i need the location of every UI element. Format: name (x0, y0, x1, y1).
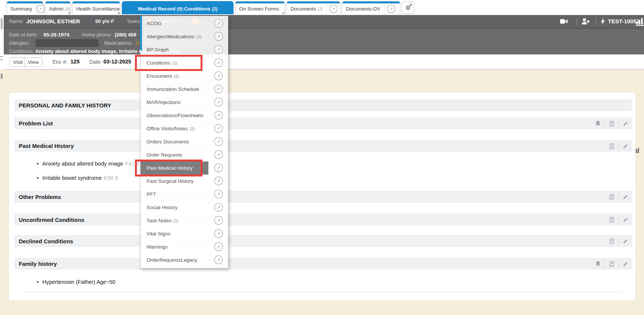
book-icon[interactable] (608, 261, 615, 267)
tab-documents[interactable]: Documents (7) (286, 1, 340, 14)
open-in-new-icon[interactable] (214, 71, 223, 80)
open-in-new-icon[interactable] (214, 111, 223, 120)
menu-item-bp-graph[interactable]: BP Graph (141, 43, 228, 56)
edit-pencil-icon[interactable] (622, 120, 629, 127)
dropdown-corner-icon (282, 12, 284, 14)
icd-code: K58.9 (104, 175, 118, 181)
date-label: Date: (89, 59, 102, 65)
open-in-new-icon[interactable] (329, 5, 338, 13)
lightning-icon[interactable] (599, 17, 607, 26)
icon-divider (619, 236, 619, 246)
menu-item-office-visits-notes[interactable]: Office Visits/Notes(2) (141, 122, 228, 135)
icon-divider (619, 192, 619, 202)
open-in-new-icon[interactable] (214, 163, 223, 172)
menu-item-observations-flowsheets[interactable]: Observations/Flowsheets (141, 109, 228, 122)
annotation-box-conditions (135, 55, 202, 71)
section-title: Declined Conditions (19, 238, 73, 244)
menu-item-immunization-schedule[interactable]: Immunization Schedule (141, 83, 228, 96)
header-divider (596, 18, 596, 25)
bar-chart-icon[interactable] (635, 17, 644, 26)
medical-record-dropdown-menu: ACOG Allergies/Medications(2) BP Graph C… (140, 16, 228, 268)
open-in-new-icon[interactable] (214, 58, 223, 67)
open-in-new-icon[interactable] (36, 5, 45, 13)
tab-summary-open-segment[interactable] (36, 3, 45, 14)
tab-admin[interactable]: Admin (3) (45, 1, 71, 14)
history-card: PERSONAL AND FAMILY HISTORY Problem List… (9, 93, 635, 300)
enc-number-label: Enc #: (52, 59, 67, 65)
tab-health-surveillance[interactable]: Health Surveillance (72, 1, 120, 14)
open-in-new-icon[interactable] (214, 98, 223, 107)
tab-summary[interactable]: Summary (6, 1, 43, 14)
dob-label: Date of birth: (9, 32, 38, 38)
tab-medical-record[interactable]: Medical Record (9) :Conditions (2) (122, 1, 234, 14)
settings-button[interactable]: ⚙ ⚙ (402, 2, 414, 14)
section-title: Family history (19, 261, 57, 267)
add-person-icon[interactable] (581, 17, 590, 26)
open-in-new-icon[interactable] (214, 137, 223, 146)
open-in-new-icon[interactable] (214, 190, 223, 199)
menu-item-past-surgical-history[interactable]: Past Surgical History (141, 175, 228, 188)
section-declined-conditions: Declined Conditions (14, 235, 632, 247)
menu-item-encounters[interactable]: Encounters(2) (141, 69, 228, 83)
video-camera-icon[interactable] (559, 17, 568, 26)
header-divider (577, 18, 577, 25)
open-in-new-icon[interactable] (214, 19, 223, 28)
open-in-new-icon[interactable] (214, 176, 223, 185)
book-icon[interactable] (608, 143, 615, 149)
menu-item-orderrequestslegacy[interactable]: OrderRequestsLegacy (141, 253, 228, 267)
section-unconfirmed-conditions: Unconfirmed Conditions (14, 214, 632, 226)
gear-small-icon: ⚙ (409, 3, 412, 7)
dropdown-corner-icon (117, 12, 120, 14)
bookmark-icon[interactable] (595, 261, 601, 267)
open-in-new-icon[interactable] (214, 124, 223, 133)
allergies-redacted-value (36, 39, 99, 47)
edit-pencil-icon[interactable] (622, 216, 629, 223)
view-button[interactable]: View (24, 57, 42, 67)
left-scrollbar-thumb[interactable] (1, 18, 3, 29)
open-in-new-icon[interactable] (387, 5, 395, 13)
tab-documents-count: (7) (318, 7, 322, 11)
open-in-new-icon[interactable] (214, 242, 223, 251)
tab-documents-dv[interactable]: Documents-DV (342, 1, 400, 14)
open-in-new-icon[interactable] (214, 229, 223, 238)
icon-divider (619, 141, 619, 151)
menu-item-acog[interactable]: ACOG (141, 17, 228, 30)
tab-on-screen-forms[interactable]: On Screen Forms (235, 1, 285, 14)
bookmark-icon[interactable] (595, 120, 601, 127)
menu-item-task-notes[interactable]: Task Notes(1) (141, 214, 228, 227)
edit-pencil-icon[interactable] (622, 193, 629, 200)
menu-item-social-history[interactable]: Social History (141, 201, 228, 214)
tab-admin-count: (3) (65, 7, 70, 11)
medications-label: Medications: (104, 40, 133, 46)
open-in-new-icon[interactable] (214, 150, 223, 159)
menu-item-pft[interactable]: PFT (141, 188, 228, 201)
dob-value: 05-26-1974 (43, 32, 69, 38)
open-in-new-icon[interactable] (214, 203, 223, 212)
name-label: Name: (9, 18, 24, 24)
open-in-new-icon[interactable] (214, 45, 223, 54)
patient-header: Name: JOHNSON, ESTHER 50 y/o F Tasks Ope… (4, 15, 644, 54)
book-icon[interactable] (608, 120, 615, 127)
open-in-new-icon[interactable] (214, 255, 223, 264)
menu-item-orders-documents[interactable]: Orders Documents (141, 135, 228, 148)
tab-documents-dv-open-segment[interactable] (384, 3, 398, 14)
edit-pencil-icon[interactable] (622, 143, 629, 149)
tab-on-screen-forms-label: On Screen Forms (235, 2, 283, 14)
menu-item-allergies-medications[interactable]: Allergies/Medications(2) (141, 30, 228, 43)
menu-item-warnings[interactable]: Warnings (141, 240, 228, 253)
menu-item-mar-injections[interactable]: MAR/Injections (141, 96, 228, 109)
menu-item-vital-signs[interactable]: Vital Signs (141, 227, 228, 240)
dropdown-corner-icon (68, 12, 70, 14)
open-in-new-icon[interactable] (214, 32, 223, 41)
condition-text: Hypertension (Father) Age~50 (42, 279, 115, 285)
open-in-new-icon[interactable] (214, 216, 223, 225)
tab-documents-open-segment[interactable] (326, 3, 340, 14)
book-icon[interactable] (608, 193, 615, 200)
book-icon[interactable] (608, 216, 615, 223)
edit-pencil-icon[interactable] (622, 238, 629, 244)
left-rail-tick (1, 74, 3, 79)
menu-scroll-indicator[interactable] (140, 16, 142, 51)
book-icon[interactable] (608, 238, 615, 244)
edit-pencil-icon[interactable] (622, 261, 629, 267)
open-in-new-icon[interactable] (214, 84, 223, 93)
